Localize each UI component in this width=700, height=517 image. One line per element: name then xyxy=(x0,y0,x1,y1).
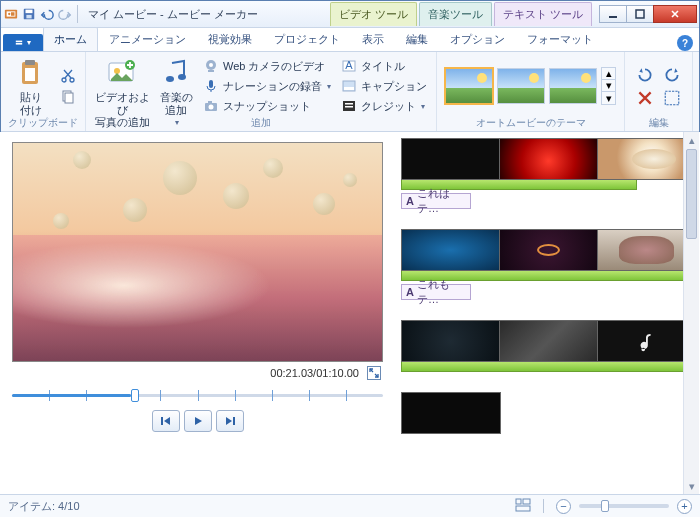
thumbnail-size-button[interactable] xyxy=(515,498,531,514)
theme-item-1[interactable] xyxy=(445,68,493,104)
svg-rect-36 xyxy=(345,106,353,108)
prev-frame-button[interactable] xyxy=(152,410,180,432)
copy-icon xyxy=(60,88,76,104)
rotate-right-button[interactable] xyxy=(660,65,684,85)
tab-format[interactable]: フォーマット xyxy=(516,27,604,51)
caption-button[interactable]: キャプション xyxy=(338,77,430,95)
zoom-slider[interactable] xyxy=(579,504,669,508)
delete-button[interactable] xyxy=(633,88,657,108)
paste-button[interactable]: 貼り 付け xyxy=(7,55,55,117)
zoom-in-button[interactable]: + xyxy=(677,499,692,514)
svg-rect-13 xyxy=(25,68,35,81)
svg-rect-12 xyxy=(25,60,35,65)
copy-button[interactable] xyxy=(57,87,79,105)
save-icon[interactable] xyxy=(21,6,37,22)
preview-video[interactable] xyxy=(12,142,383,362)
clip[interactable] xyxy=(597,229,696,271)
theme-item-2[interactable] xyxy=(497,68,545,104)
gallery-down-icon[interactable]: ▾ xyxy=(602,80,615,92)
redo-icon[interactable] xyxy=(57,6,73,22)
status-bar: アイテム: 4/10 − + xyxy=(0,494,700,517)
help-button[interactable]: ? xyxy=(677,35,693,51)
minimize-button[interactable] xyxy=(599,5,627,23)
svg-rect-26 xyxy=(209,80,213,88)
undo-icon[interactable] xyxy=(39,6,55,22)
file-tab[interactable]: ▾ xyxy=(3,34,43,51)
svg-rect-29 xyxy=(208,101,212,104)
fullscreen-button[interactable] xyxy=(367,366,381,380)
text-track[interactable]: Aこれはテ… xyxy=(401,193,471,209)
select-all-button[interactable] xyxy=(660,88,684,108)
preview-pane: 00:21.03/01:10.00 xyxy=(0,132,395,494)
paste-icon xyxy=(15,57,47,89)
clip[interactable] xyxy=(499,138,597,180)
context-tab-music[interactable]: 音楽ツール xyxy=(419,2,492,26)
timeline-pane[interactable]: Aこれはテ… Aこれもテ… xyxy=(395,132,700,494)
webcam-button[interactable]: Web カメラのビデオ xyxy=(200,57,334,75)
cut-button[interactable] xyxy=(57,67,79,85)
scroll-down-icon[interactable]: ▾ xyxy=(684,478,699,494)
separator xyxy=(77,5,78,23)
close-button[interactable] xyxy=(653,5,697,23)
seek-bar[interactable] xyxy=(12,386,383,404)
clip[interactable] xyxy=(499,320,597,362)
clip[interactable] xyxy=(499,229,597,271)
scroll-thumb[interactable] xyxy=(686,149,697,239)
add-media-button[interactable]: ビデオおよび 写真の追加▾ xyxy=(92,55,152,117)
clip[interactable] xyxy=(401,138,499,180)
ribbon-tabs: ▾ ホーム アニメーション 視覚効果 プロジェクト 表示 編集 オプション フォ… xyxy=(1,28,699,52)
vertical-scrollbar[interactable]: ▴ ▾ xyxy=(683,132,699,494)
caption-icon xyxy=(341,78,357,94)
clip[interactable] xyxy=(597,320,696,362)
tab-project[interactable]: プロジェクト xyxy=(263,27,351,51)
app-icon xyxy=(3,6,19,22)
next-frame-button[interactable] xyxy=(216,410,244,432)
scroll-up-icon[interactable]: ▴ xyxy=(684,132,699,148)
play-button[interactable] xyxy=(184,410,212,432)
context-tab-text[interactable]: テキスト ツール xyxy=(494,2,592,26)
clip[interactable] xyxy=(401,229,499,271)
tab-animation[interactable]: アニメーション xyxy=(98,27,197,51)
add-music-button[interactable]: 音楽の 追加▾ xyxy=(152,55,200,117)
tab-options[interactable]: オプション xyxy=(439,27,516,51)
tab-edit[interactable]: 編集 xyxy=(395,27,439,51)
zoom-thumb[interactable] xyxy=(601,500,609,512)
group-edit: 編集 xyxy=(625,52,693,131)
snapshot-button[interactable]: スナップショット xyxy=(200,97,334,115)
clip-row-1: Aこれはテ… xyxy=(401,138,696,209)
seek-thumb[interactable] xyxy=(131,389,139,402)
clip-row-2: Aこれもテ… xyxy=(401,229,696,300)
svg-rect-17 xyxy=(65,93,73,103)
tab-visual[interactable]: 視覚効果 xyxy=(197,27,263,51)
window-buttons xyxy=(600,5,697,23)
title-icon: A xyxy=(341,58,357,74)
context-tab-video[interactable]: ビデオ ツール xyxy=(330,2,417,26)
title-bar: マイ ムービー - ムービー メーカー ビデオ ツール 音楽ツール テキスト ツ… xyxy=(1,1,699,28)
gallery-more-icon[interactable]: ▾ xyxy=(602,92,615,104)
credits-button[interactable]: クレジット▾ xyxy=(338,97,430,115)
clip-row-3 xyxy=(401,320,696,372)
theme-item-3[interactable] xyxy=(549,68,597,104)
maximize-button[interactable] xyxy=(626,5,654,23)
text-track[interactable]: Aこれもテ… xyxy=(401,284,471,300)
gallery-scroll[interactable]: ▴▾▾ xyxy=(601,67,616,105)
tab-home[interactable]: ホーム xyxy=(43,27,98,51)
svg-point-28 xyxy=(209,105,214,110)
clip[interactable] xyxy=(401,320,499,362)
clip[interactable] xyxy=(597,138,696,180)
narration-button[interactable]: ナレーションの録音▾ xyxy=(200,77,334,95)
rotate-left-button[interactable] xyxy=(633,65,657,85)
camera-icon xyxy=(203,98,219,114)
svg-rect-37 xyxy=(665,91,679,105)
svg-rect-5 xyxy=(26,10,33,14)
clip[interactable] xyxy=(401,392,501,434)
zoom-out-button[interactable]: − xyxy=(556,499,571,514)
music-track[interactable] xyxy=(401,362,696,372)
title-button[interactable]: Aタイトル xyxy=(338,57,430,75)
group-label-share: 共有 xyxy=(693,116,700,130)
svg-point-2 xyxy=(8,13,10,15)
group-share: ▾ ▴▾▾ ムービー の保存▾ サインイン 共有 xyxy=(693,52,700,131)
tab-view[interactable]: 表示 xyxy=(351,27,395,51)
paste-label: 貼り 付け xyxy=(20,91,42,116)
svg-point-14 xyxy=(62,78,66,82)
